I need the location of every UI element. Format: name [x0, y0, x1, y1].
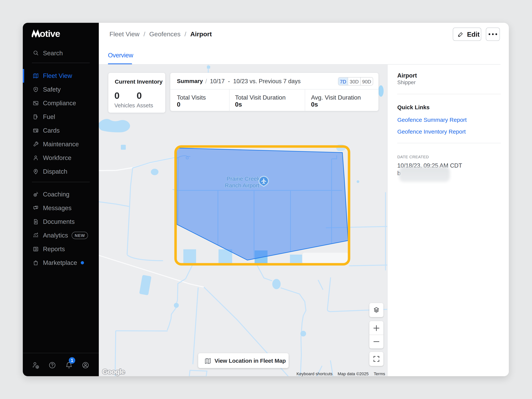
svg-text:Ranch Airport: Ranch Airport — [225, 182, 259, 189]
svg-text:otive: otive — [40, 29, 60, 38]
svg-text:Prairie Creek: Prairie Creek — [227, 176, 260, 182]
